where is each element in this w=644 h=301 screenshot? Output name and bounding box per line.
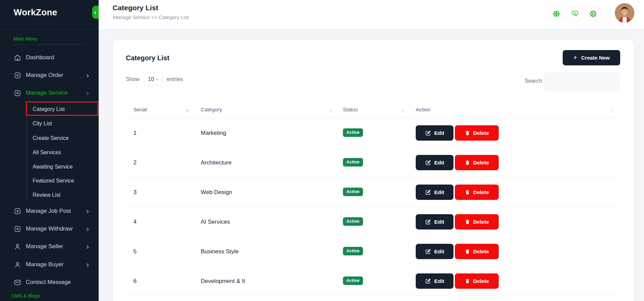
edit-button[interactable]: Edit	[416, 244, 453, 259]
sidebar-item-label: Manage Order	[26, 72, 63, 79]
serial-cell: 3	[133, 177, 136, 207]
sidebar-item-label: Contact Message	[26, 279, 71, 286]
sort-desc-icon: ↓	[612, 108, 614, 113]
edit-button[interactable]: Edit	[416, 125, 453, 141]
delete-button[interactable]: Delete	[455, 185, 499, 200]
submenu-item-label: All Services	[33, 149, 61, 156]
submenu-item-label: Create Service	[33, 135, 69, 141]
delete-button-label: Delete	[473, 249, 489, 255]
edit-button[interactable]: Edit	[416, 155, 453, 170]
submenu-item-all-services[interactable]: All Services	[33, 148, 87, 157]
chevron-right-icon	[85, 73, 90, 80]
messages-button[interactable]	[567, 6, 582, 21]
trash-icon	[465, 189, 470, 195]
globe-icon	[552, 10, 561, 18]
delete-button-label: Delete	[473, 160, 489, 166]
withdraw-list-icon	[14, 225, 21, 233]
category-list-card: Category List + Create New Show 10 entri…	[113, 40, 634, 301]
sidebar-item-label: Manage Job Post	[26, 208, 71, 215]
sidebar-item-label: Dashboard	[26, 54, 54, 61]
entries-label: entries	[167, 76, 183, 82]
table-row: 6 Development & It Active Edit Delete	[126, 266, 620, 296]
mail-icon	[14, 279, 21, 286]
sidebar-footer-label: CMS & Blogs	[12, 293, 40, 299]
delete-button[interactable]: Delete	[455, 244, 499, 259]
column-header-status[interactable]: Status	[343, 102, 358, 118]
gear-icon	[589, 10, 597, 18]
delete-button[interactable]: Delete	[455, 125, 499, 141]
delete-button[interactable]: Delete	[455, 155, 499, 170]
sidebar: WorkZone Main Menu Dashboard Manage Orde…	[0, 0, 99, 301]
sidebar-item-dashboard[interactable]: Dashboard	[14, 52, 90, 63]
submenu-item-featured-service[interactable]: Featured Service	[33, 176, 87, 185]
table-header: Serial ↑↓ Category ↑↓ Status ↑↓ Action ↑…	[126, 102, 620, 118]
sidebar-item-manage-order[interactable]: Manage Order	[14, 70, 90, 80]
chat-icon	[571, 10, 579, 18]
sidebar-section-label: Main Menu	[14, 36, 37, 42]
page-size-control: Show 10 entries	[126, 73, 183, 86]
column-header-action[interactable]: Action	[416, 102, 430, 118]
status-badge: Active	[343, 188, 363, 196]
status-badge: Active	[343, 247, 363, 255]
column-header-serial[interactable]: Serial	[133, 102, 147, 118]
submenu-item-awaiting-service[interactable]: Awaiting Service	[33, 162, 87, 171]
chevron-right-icon	[85, 91, 90, 97]
submenu-item-label: Featured Service	[33, 178, 74, 184]
card-title: Category List	[126, 54, 169, 62]
delete-button-label: Delete	[473, 219, 489, 225]
page-size-select[interactable]: 10	[144, 73, 162, 86]
chevron-down-icon	[155, 77, 159, 81]
serial-cell: 6	[133, 266, 136, 296]
edit-pencil-icon	[425, 278, 431, 284]
edit-button[interactable]: Edit	[416, 273, 453, 289]
sidebar-item-manage-buyer[interactable]: Manage Buyer	[14, 259, 90, 270]
trash-icon	[465, 278, 470, 284]
table-row: 5 Business Style Active Edit Delete	[126, 237, 620, 266]
search-label: Search:	[525, 78, 543, 84]
edit-button-label: Edit	[434, 278, 444, 284]
delete-button-label: Delete	[473, 130, 489, 136]
submenu-item-review-list[interactable]: Review List	[33, 191, 87, 200]
create-new-button[interactable]: + Create New	[563, 50, 620, 65]
topbar: Category List Manage Service >> Category…	[99, 0, 644, 29]
edit-pencil-icon	[425, 130, 431, 136]
submenu-item-label: Category List	[33, 106, 65, 112]
table-row: 1 Marketing Active Edit Delete	[126, 118, 620, 148]
plus-icon: +	[573, 53, 577, 62]
chevron-right-icon	[85, 262, 90, 269]
submenu-item-category-list[interactable]: Category List	[33, 105, 87, 114]
service-list-icon	[14, 89, 21, 97]
delete-button[interactable]: Delete	[455, 273, 499, 289]
sort-icons-action[interactable]: ↑↓	[610, 102, 614, 118]
edit-button-label: Edit	[434, 189, 444, 195]
sidebar-item-manage-job-post[interactable]: Manage Job Post	[14, 206, 90, 216]
status-badge: Active	[343, 158, 363, 167]
edit-pencil-icon	[425, 189, 431, 195]
edit-button[interactable]: Edit	[416, 185, 453, 200]
settings-button[interactable]	[585, 6, 601, 21]
sidebar-item-manage-withdraw[interactable]: Manage Withdraw	[14, 224, 90, 234]
delete-button[interactable]: Delete	[455, 214, 499, 229]
table-row: 3 Web Design Active Edit Delete	[126, 177, 620, 207]
seller-user-icon	[14, 243, 21, 251]
edit-button-label: Edit	[434, 130, 444, 136]
sort-icons-serial[interactable]: ↑↓	[186, 102, 189, 118]
sidebar-item-manage-service[interactable]: Manage Service	[14, 88, 90, 98]
submenu-item-label: City List	[33, 121, 52, 127]
user-avatar[interactable]	[615, 3, 634, 23]
submenu-item-create-service[interactable]: Create Service	[33, 134, 87, 143]
submenu-item-city-list[interactable]: City List	[33, 119, 87, 128]
status-badge: Active	[343, 276, 363, 285]
avatar-image	[615, 3, 634, 23]
show-label: Show	[126, 76, 139, 82]
sort-icons-status[interactable]: ↑↓	[401, 102, 404, 118]
column-header-category[interactable]: Category	[201, 102, 222, 118]
category-cell: Marketing	[201, 118, 226, 148]
sidebar-item-manage-seller[interactable]: Manage Seller	[14, 241, 90, 252]
sidebar-item-contact-message[interactable]: Contact Message	[14, 277, 90, 287]
edit-button[interactable]: Edit	[416, 214, 453, 229]
language-globe-button[interactable]	[549, 6, 564, 21]
sort-icons-category[interactable]: ↑↓	[329, 102, 332, 118]
sidebar-item-label: Manage Service	[26, 90, 68, 96]
search-input[interactable]	[544, 73, 620, 91]
